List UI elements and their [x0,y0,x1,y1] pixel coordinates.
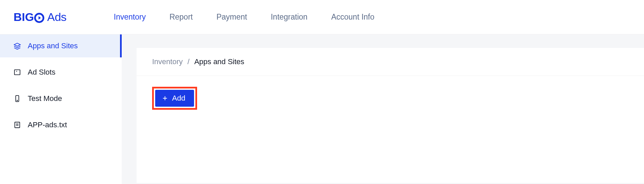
svg-rect-1 [15,70,20,75]
main-content: Inventory / Apps and Sites Add [122,34,644,184]
breadcrumb-current: Apps and Sites [194,57,244,66]
sidebar: Apps and Sites Ad Slots Test Mode APP-ad… [0,34,122,184]
layers-icon [14,42,21,50]
sidebar-item-app-ads-txt[interactable]: APP-ads.txt [0,113,122,136]
panel-body: Add [137,76,644,121]
sidebar-item-apps-and-sites[interactable]: Apps and Sites [0,34,122,57]
plus-icon [162,95,168,101]
sidebar-item-label: Apps and Sites [28,42,78,50]
svg-marker-0 [14,43,20,46]
file-text-icon [14,121,21,129]
mobile-icon [14,95,21,102]
content-panel: Inventory / Apps and Sites Add [137,48,644,183]
breadcrumb: Inventory / Apps and Sites [137,48,644,76]
nav-account-info[interactable]: Account Info [331,12,375,22]
svg-marker-2 [16,71,17,72]
logo[interactable]: BIG Ads [14,10,67,24]
add-button-label: Add [172,94,185,103]
breadcrumb-separator: / [188,57,190,66]
sidebar-item-ad-slots[interactable]: Ad Slots [0,61,122,84]
svg-point-4 [17,100,18,101]
add-button[interactable]: Add [155,90,194,107]
nav-report[interactable]: Report [169,12,193,22]
sidebar-item-label: Test Mode [28,94,62,103]
top-nav: Inventory Report Payment Integration Acc… [114,12,375,22]
sidebar-item-test-mode[interactable]: Test Mode [0,87,122,110]
header: BIG Ads Inventory Report Payment Integra… [0,0,644,34]
sidebar-item-label: Ad Slots [28,68,55,77]
layout: Apps and Sites Ad Slots Test Mode APP-ad… [0,34,644,184]
breadcrumb-root[interactable]: Inventory [152,57,183,66]
logo-suffix: Ads [47,10,66,24]
logo-play-icon [34,13,44,23]
nav-payment[interactable]: Payment [216,12,247,22]
logo-brand-text: BIG [14,10,34,24]
ad-slot-icon [14,69,21,76]
sidebar-item-label: APP-ads.txt [28,121,67,129]
nav-inventory[interactable]: Inventory [114,12,146,22]
logo-brand: BIG [14,10,44,24]
nav-integration[interactable]: Integration [271,12,308,22]
add-button-highlight: Add [152,87,197,110]
